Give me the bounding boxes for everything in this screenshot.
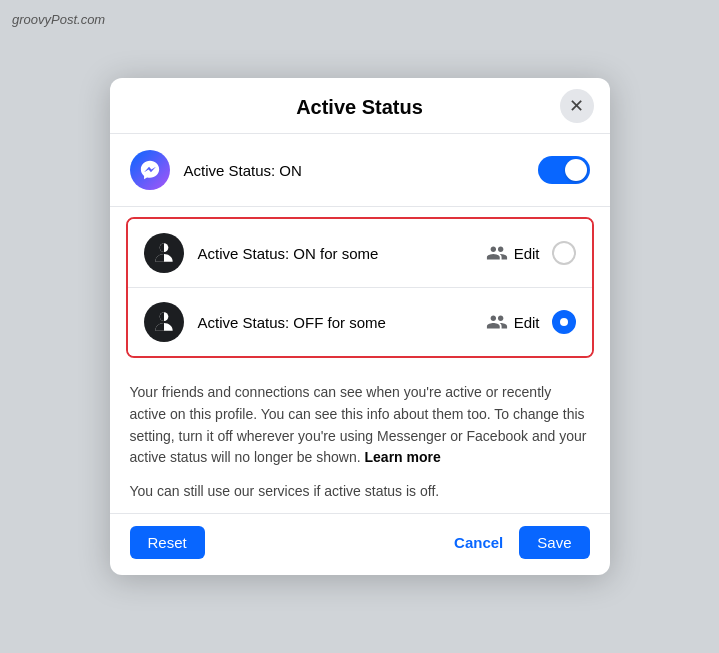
option-label-off-for-some: Active Status: OFF for some <box>198 314 486 331</box>
modal-header: Active Status ✕ <box>110 78 610 134</box>
reset-button[interactable]: Reset <box>130 526 205 559</box>
radio-off-for-some[interactable] <box>552 310 576 334</box>
option-row-on-for-some: Active Status: ON for some Edit <box>128 219 592 288</box>
edit-link-on[interactable]: Edit <box>514 245 540 262</box>
messenger-icon <box>130 150 170 190</box>
messenger-svg-icon <box>139 159 161 181</box>
status-toggle-label: Active Status: ON <box>184 162 538 179</box>
modal: Active Status ✕ Active Status: ON <box>110 78 610 575</box>
status-toggle-row: Active Status: ON <box>110 134 610 207</box>
footer-right: Cancel Save <box>454 526 589 559</box>
option-icon-off <box>144 302 184 342</box>
learn-more-link[interactable]: Learn more <box>365 449 441 465</box>
close-button[interactable]: ✕ <box>560 89 594 123</box>
option-label-on-for-some: Active Status: ON for some <box>198 245 486 262</box>
option-row-off-for-some: Active Status: OFF for some Edit <box>128 288 592 356</box>
edit-group-on: Edit <box>486 242 540 264</box>
people-icon-on <box>486 242 508 264</box>
option-icon-on <box>144 233 184 273</box>
modal-footer: Reset Cancel Save <box>110 513 610 575</box>
cancel-button[interactable]: Cancel <box>454 534 503 551</box>
edit-link-off[interactable]: Edit <box>514 314 540 331</box>
person-icon-off <box>151 309 177 335</box>
modal-title: Active Status <box>296 96 423 119</box>
watermark: groovyPost.com <box>12 12 105 27</box>
toggle-switch[interactable] <box>538 156 590 184</box>
close-icon: ✕ <box>569 95 584 117</box>
person-icon-on <box>151 240 177 266</box>
people-icon-off <box>486 311 508 333</box>
note-text: You can still use our services if active… <box>110 479 610 513</box>
description-text: Your friends and connections can see whe… <box>110 368 610 479</box>
options-section: Active Status: ON for some Edit <box>126 217 594 358</box>
modal-body: Active Status: ON <box>110 134 610 513</box>
edit-group-off: Edit <box>486 311 540 333</box>
radio-on-for-some[interactable] <box>552 241 576 265</box>
save-button[interactable]: Save <box>519 526 589 559</box>
